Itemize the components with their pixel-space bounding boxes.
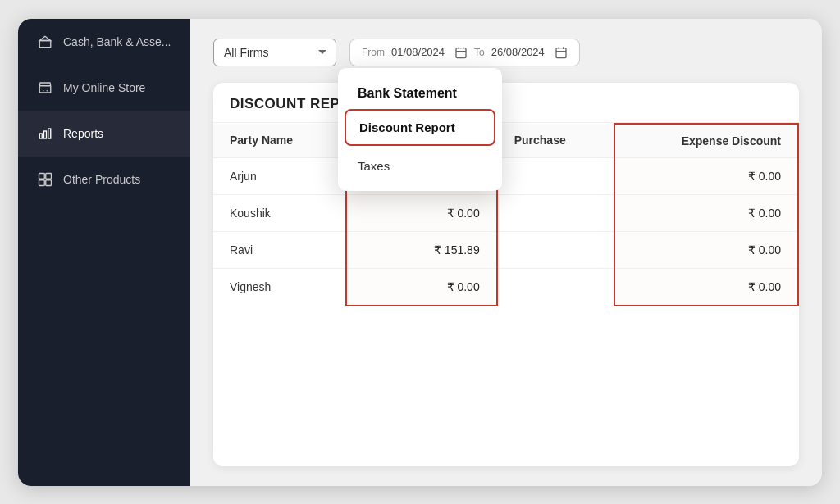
purchase-cell: [497, 194, 615, 231]
purchase-cell: [497, 231, 615, 268]
dropdown-item-taxes[interactable]: Taxes: [338, 148, 502, 184]
party-name-cell: Ravi: [213, 231, 346, 268]
sale-discount-cell: ₹ 0.00: [346, 268, 497, 306]
svg-rect-3: [39, 134, 42, 138]
purchase-cell: [497, 157, 615, 194]
products-icon: [37, 171, 53, 188]
sidebar-item-label: Cash, Bank & Asse...: [63, 35, 171, 48]
svg-rect-11: [556, 48, 566, 57]
svg-rect-5: [48, 129, 51, 138]
sidebar: Cash, Bank & Asse... My Online Store Rep…: [18, 19, 190, 486]
party-name-cell: Vignesh: [213, 268, 346, 306]
sidebar-item-label: Other Products: [63, 173, 140, 186]
to-date: 26/08/2024: [491, 46, 545, 58]
sidebar-item-cash-bank[interactable]: Cash, Bank & Asse...: [18, 19, 190, 65]
col-header-party-name: Party Name: [213, 124, 346, 158]
svg-rect-6: [39, 173, 45, 179]
svg-rect-8: [39, 179, 45, 185]
purchase-cell: [497, 268, 615, 306]
from-label: From: [362, 47, 385, 58]
expense-discount-cell: ₹ 0.00: [614, 157, 798, 194]
bank-icon: [37, 34, 53, 50]
table-header-row: Party Name Sale Discount Purchase Expens…: [213, 124, 798, 158]
col-header-purchase: Purchase: [497, 124, 615, 158]
expense-discount-cell: ₹ 0.00: [614, 231, 798, 268]
report-card: DISCOUNT REPORT Party Name Sale Discount…: [213, 83, 799, 466]
table-row: Arjun ₹ 13.93 ₹ 0.00: [213, 157, 798, 194]
sidebar-item-label: My Online Store: [63, 81, 145, 94]
table-row: Ravi ₹ 151.89 ₹ 0.00: [213, 231, 798, 268]
sale-discount-cell: ₹ 0.00: [346, 194, 497, 231]
svg-rect-0: [39, 40, 51, 47]
calendar-from-icon[interactable]: [454, 46, 468, 59]
toolbar-row: All Firms Firm 1 Firm 2 From 01/08/2024 …: [213, 39, 799, 66]
calendar-to-icon[interactable]: [555, 46, 568, 59]
svg-point-1: [43, 90, 44, 92]
report-title: DISCOUNT REPORT: [213, 83, 799, 123]
main-content: All Firms Firm 1 Firm 2 From 01/08/2024 …: [190, 19, 822, 486]
sidebar-item-other-products[interactable]: Other Products: [18, 157, 190, 202]
firm-select[interactable]: All Firms Firm 1 Firm 2: [213, 39, 336, 66]
reports-icon: [37, 125, 53, 142]
party-name-cell: Arjun: [213, 157, 346, 194]
to-label: To: [474, 47, 485, 58]
date-range: From 01/08/2024 To 26/08/2024: [349, 39, 580, 66]
table-row: Koushik ₹ 0.00 ₹ 0.00: [213, 194, 798, 231]
report-table: Party Name Sale Discount Purchase Expens…: [213, 123, 799, 306]
svg-rect-9: [46, 179, 52, 185]
dropdown-item-bank-statement[interactable]: Bank Statement: [338, 75, 502, 107]
svg-rect-7: [46, 173, 52, 179]
store-icon: [37, 79, 53, 96]
sidebar-item-reports[interactable]: Reports: [18, 111, 190, 157]
app-container: Cash, Bank & Asse... My Online Store Rep…: [18, 19, 822, 486]
expense-discount-cell: ₹ 0.00: [614, 268, 798, 306]
col-header-expense-discount: Expense Discount: [614, 124, 798, 158]
dropdown-item-discount-report[interactable]: Discount Report: [345, 109, 495, 146]
sale-discount-cell: ₹ 151.89: [346, 231, 497, 268]
sidebar-item-online-store[interactable]: My Online Store: [18, 65, 190, 111]
from-date: 01/08/2024: [391, 46, 445, 58]
dropdown-menu: Bank Statement Discount Report Taxes: [338, 68, 502, 191]
svg-point-2: [47, 90, 48, 92]
expense-discount-cell: ₹ 0.00: [614, 194, 798, 231]
sidebar-item-label: Reports: [63, 127, 103, 140]
party-name-cell: Koushik: [213, 194, 346, 231]
svg-rect-10: [456, 48, 466, 57]
table-row: Vignesh ₹ 0.00 ₹ 0.00: [213, 268, 798, 306]
svg-rect-4: [44, 131, 47, 138]
